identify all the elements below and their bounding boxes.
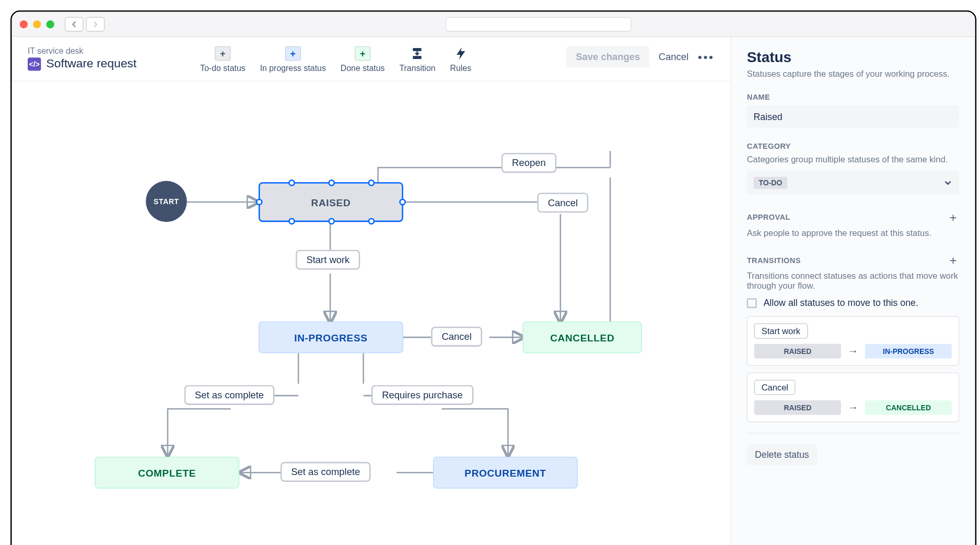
resize-handle[interactable] [256,199,263,206]
add-inprogress-status-button[interactable]: + In progress status [260,46,326,73]
category-select[interactable]: TO-DO [747,171,959,195]
status-label: RAISED [311,196,351,208]
status-complete[interactable]: COMPLETE [95,457,239,489]
lightning-icon [453,46,468,61]
checkbox-icon[interactable] [747,298,757,308]
resize-handle[interactable] [328,180,335,186]
transition-cancel-top[interactable]: Cancel [537,193,588,212]
transition-from-pill: RAISED [754,400,841,415]
start-node[interactable]: START [146,181,187,222]
transition-from-pill: RAISED [754,344,841,359]
allow-all-label: Allow all statuses to move to this one. [763,298,918,308]
resize-handle[interactable] [288,218,295,225]
label: Done status [341,64,385,73]
label: In progress status [260,64,326,73]
add-done-status-button[interactable]: + Done status [341,46,385,73]
chevron-down-icon [943,178,953,187]
add-transition-button[interactable]: ＋ [947,253,959,268]
arrow-right-icon: → [848,401,858,413]
more-button[interactable]: ••• [698,50,715,64]
project-icon: </> [28,57,41,70]
status-cancelled[interactable]: CANCELLED [522,322,642,353]
forward-button[interactable] [86,17,105,31]
transitions-label: TRANSITIONS [747,256,801,264]
transition-to-pill: IN-PROGRESS [865,344,952,359]
category-desc: Categories group multiple statuses of th… [747,155,959,164]
transition-requirespurchase[interactable]: Requires purchase [371,385,473,405]
app-window: IT service desk </> Software request + T… [10,10,976,545]
transition-cancel-mid[interactable]: Cancel [431,327,482,347]
panel-title: Status [747,49,959,66]
category-label: CATEGORY [747,143,959,150]
status-side-panel: Status Statuses capture the stages of yo… [731,37,975,545]
status-inprogress[interactable]: IN-PROGRESS [259,322,403,353]
breadcrumb: IT service desk </> Software request [28,46,187,71]
svg-rect-0 [413,48,422,51]
svg-rect-1 [413,56,422,59]
transition-card-label: Start work [754,323,808,338]
close-window-icon[interactable] [20,20,28,28]
add-transition-button[interactable]: Transition [399,46,435,73]
window-controls [20,20,54,28]
resize-handle[interactable] [328,218,335,225]
top-toolbar: IT service desk </> Software request + T… [12,37,730,81]
cancel-button[interactable]: Cancel [659,52,689,62]
transition-startwork[interactable]: Start work [296,250,360,269]
transition-setcomplete-1[interactable]: Set as complete [184,385,275,405]
transition-card-label: Cancel [754,380,796,395]
resize-handle[interactable] [368,180,375,186]
save-button[interactable]: Save changes [567,46,649,68]
panel-subtitle: Statuses capture the stages of your work… [747,69,959,79]
divider [747,433,959,433]
transition-reopen[interactable]: Reopen [501,153,556,173]
name-input[interactable] [747,105,959,128]
transitions-desc: Transitions connect statuses as actions … [747,271,959,291]
titlebar [12,12,975,37]
resize-handle[interactable] [399,199,406,206]
transition-card[interactable]: Cancel RAISED → CANCELLED [747,372,959,422]
delete-status-button[interactable]: Delete status [747,444,817,466]
workflow-title: Software request [46,57,137,71]
transition-icon [410,46,425,61]
nav-buttons [65,17,104,31]
label: To-do status [200,64,245,73]
status-procurement[interactable]: PROCUREMENT [433,457,578,489]
label: Transition [399,64,435,73]
resize-handle[interactable] [368,218,375,225]
status-toolbar: + To-do status + In progress status + Do… [200,46,471,73]
approval-desc: Ask people to approve the request at thi… [747,228,959,238]
name-label: NAME [747,93,959,101]
approval-label: APPROVAL [747,214,790,221]
add-approval-button[interactable]: ＋ [947,209,959,225]
action-buttons: Save changes Cancel ••• [567,46,715,68]
zoom-window-icon[interactable] [46,20,54,28]
label: Rules [450,64,471,73]
back-button[interactable] [65,17,84,31]
minimize-window-icon[interactable] [33,20,41,28]
transition-setcomplete-2[interactable]: Set as complete [281,462,371,482]
workflow-canvas[interactable]: START RAISED Reopen Cancel Start work IN… [12,81,730,545]
rules-button[interactable]: Rules [450,46,471,73]
category-value: TO-DO [753,177,787,189]
resize-handle[interactable] [288,180,295,186]
transition-card[interactable]: Start work RAISED → IN-PROGRESS [747,316,959,365]
arrow-right-icon: → [848,345,858,357]
add-todo-status-button[interactable]: + To-do status [200,46,245,73]
status-raised[interactable]: RAISED [259,182,403,222]
transition-to-pill: CANCELLED [865,400,952,415]
url-bar[interactable] [446,17,632,31]
project-name[interactable]: IT service desk [28,46,187,56]
allow-all-checkbox-row[interactable]: Allow all statuses to move to this one. [747,298,959,308]
